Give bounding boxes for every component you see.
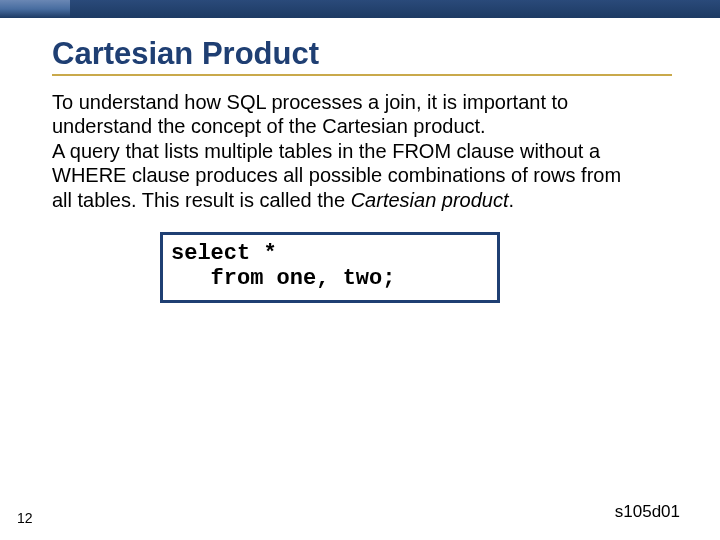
code-text: select * from one, two; (171, 241, 489, 292)
paragraph-2-term: Cartesian product (351, 189, 509, 211)
slide-title: Cartesian Product (52, 36, 668, 72)
paragraph-2-suffix: . (509, 189, 515, 211)
slide-content: Cartesian Product To understand how SQL … (0, 18, 720, 540)
title-underline (52, 74, 672, 76)
body-text: To understand how SQL processes a join, … (52, 90, 622, 212)
paragraph-1: To understand how SQL processes a join, … (52, 90, 622, 139)
header-bar-accent (0, 0, 70, 18)
code-block-wrap: select * from one, two; (160, 232, 500, 303)
paragraph-2: A query that lists multiple tables in th… (52, 139, 622, 212)
header-bar (0, 0, 720, 18)
code-block: select * from one, two; (160, 232, 500, 303)
footer-code: s105d01 (615, 502, 680, 522)
page-number: 12 (17, 510, 33, 526)
paragraph-2-prefix: A query that lists multiple tables in th… (52, 140, 621, 211)
